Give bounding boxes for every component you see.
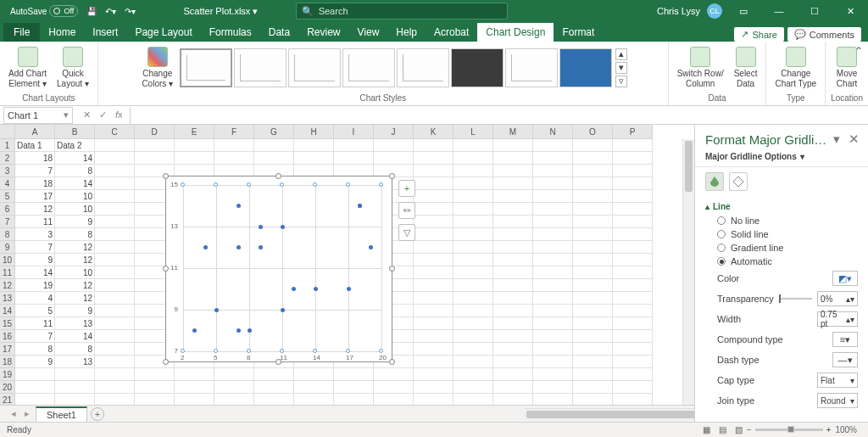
add-sheet-button[interactable]: + [91,407,104,421]
cell[interactable] [15,381,55,394]
column-header[interactable]: D [135,125,175,139]
cell[interactable] [453,241,493,254]
cell[interactable] [533,381,573,394]
row-header[interactable]: 1 [0,139,15,152]
chart-style-1[interactable] [180,48,232,87]
cell[interactable] [453,203,493,216]
cell[interactable] [533,228,573,241]
cell[interactable] [414,356,453,368]
chart-style-3[interactable] [288,48,341,87]
row-header[interactable]: 14 [0,305,15,317]
column-header[interactable]: L [453,125,493,139]
chart-style-5[interactable] [397,48,449,87]
cell[interactable] [453,356,493,368]
cell[interactable] [493,203,533,216]
cell[interactable]: 13 [55,356,95,368]
cell[interactable] [453,190,493,203]
formula-input[interactable] [130,107,868,124]
data-point[interactable] [236,328,241,333]
cell[interactable] [613,330,653,343]
tab-file[interactable]: File [3,23,40,42]
cell[interactable] [95,139,135,152]
cell[interactable] [95,241,135,254]
autosave-toggle[interactable]: AutoSave Off [7,3,81,19]
cell[interactable] [613,203,653,216]
tab-page-layout[interactable]: Page Layout [126,23,200,42]
column-header[interactable]: C [95,125,135,139]
cell[interactable] [294,152,334,165]
cell[interactable] [334,139,374,152]
cell[interactable]: Data 2 [55,139,95,152]
column-header[interactable]: I [334,125,374,139]
cell[interactable] [573,330,613,343]
gridline-vertical[interactable] [249,185,250,351]
cell[interactable] [95,356,135,368]
cell[interactable] [613,266,653,279]
column-header[interactable]: B [55,125,95,139]
tab-help[interactable]: Help [387,23,426,42]
column-header[interactable]: G [254,125,294,139]
row-header[interactable]: 9 [0,241,15,254]
save-icon[interactable]: 💾 [83,5,100,18]
cell[interactable]: 13 [55,317,95,330]
cell[interactable] [374,139,414,152]
chart-filters-button[interactable]: ▽ [398,224,415,241]
cell[interactable] [414,139,453,152]
cell[interactable] [573,317,613,330]
change-colors-button[interactable]: Change Colors ▾ [138,45,176,90]
cell[interactable] [453,330,493,343]
row-header[interactable]: 20 [0,381,15,394]
collapse-ribbon-icon[interactable]: ⌃ [854,45,863,57]
enter-formula-icon[interactable]: ✓ [99,109,107,120]
cell[interactable] [214,139,254,152]
cell[interactable] [453,305,493,317]
cell[interactable] [95,152,135,165]
cell[interactable]: 14 [15,266,55,279]
fx-icon[interactable]: fx [115,109,123,120]
cell[interactable] [573,292,613,305]
cell[interactable] [573,368,613,381]
cell[interactable]: 9 [55,305,95,317]
line-automatic-option[interactable]: Automatic [705,255,858,268]
cell[interactable] [453,292,493,305]
cell[interactable] [294,381,334,394]
cell[interactable] [414,266,453,279]
data-point[interactable] [259,245,263,249]
gallery-up-icon[interactable]: ▴ [615,48,627,60]
tab-format[interactable]: Format [554,23,603,42]
color-picker[interactable]: ◩▾ [832,271,858,286]
cell[interactable] [573,266,613,279]
cell[interactable] [533,165,573,177]
gridline-vertical[interactable] [216,185,217,351]
cell[interactable] [214,152,254,165]
tab-acrobat[interactable]: Acrobat [426,23,477,42]
cell[interactable] [573,203,613,216]
data-point[interactable] [259,225,263,229]
cell[interactable] [95,343,135,356]
cell[interactable] [613,152,653,165]
cell[interactable] [493,305,533,317]
cell[interactable] [453,139,493,152]
transparency-slider[interactable] [779,298,812,300]
row-header[interactable]: 2 [0,152,15,165]
resize-handle[interactable] [389,359,395,365]
cell[interactable] [493,241,533,254]
spreadsheet-grid[interactable]: ABCDEFGHIJKLMNOP 12345678910111213141516… [0,125,694,422]
comments-button[interactable]: 💬Comments [787,27,861,42]
select-data-button[interactable]: Select Data [731,45,761,90]
cell[interactable] [453,152,493,165]
horizontal-scrollbar[interactable] [525,408,694,420]
cell[interactable] [533,292,573,305]
cell[interactable] [95,177,135,190]
cell[interactable] [254,139,294,152]
search-box[interactable]: 🔍 Search [296,3,508,20]
fill-line-tab-icon[interactable] [705,172,724,191]
cell[interactable]: 8 [55,165,95,177]
cell[interactable]: 7 [15,241,55,254]
cell[interactable]: 8 [55,343,95,356]
cell[interactable] [414,292,453,305]
cell[interactable] [533,343,573,356]
cell[interactable] [414,368,453,381]
chart-object[interactable]: 7911131525811141720 + ✏ ▽ [165,176,392,362]
chart-styles-button[interactable]: ✏ [398,202,415,219]
